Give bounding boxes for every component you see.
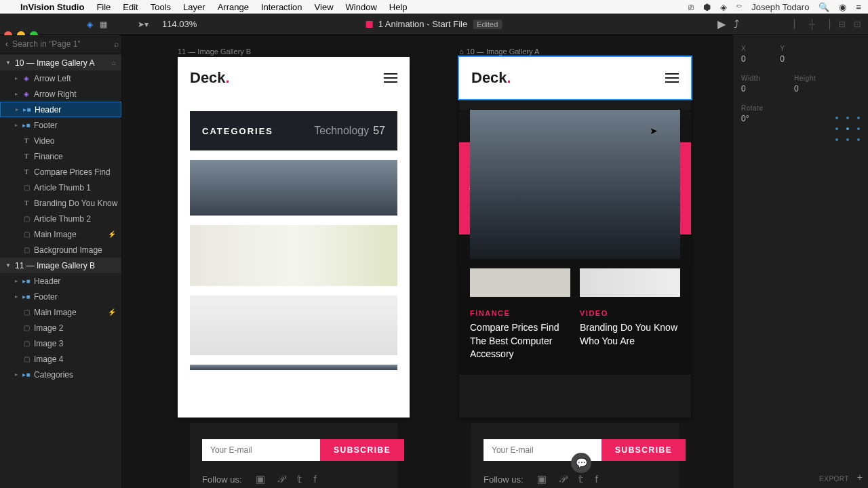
bolt-icon[interactable]: ⚡ xyxy=(108,308,116,316)
hero-image[interactable] xyxy=(470,110,680,259)
layer-row-11[interactable]: ▢Main Image⚡ xyxy=(0,226,121,242)
user-name[interactable]: Joseph Todaro xyxy=(751,2,809,12)
artboard-gallery-a[interactable]: Deck. ← → FINANCE Compare Prices Find Th… xyxy=(459,57,691,418)
layer-row-0[interactable]: ▼10 — Image Gallery A⌂ xyxy=(0,55,121,70)
layer-row-10[interactable]: ▢Article Thumb 2 xyxy=(0,211,121,226)
align-left-icon[interactable]: ▏ xyxy=(794,19,801,29)
deck-header-a[interactable]: Deck. xyxy=(459,57,691,99)
layer-row-4[interactable]: ▸▸■Footer xyxy=(0,117,121,133)
document-title[interactable]: 1 Animation - Start File Edited xyxy=(366,19,502,29)
layer-row-1[interactable]: ▸◈Arrow Left xyxy=(0,70,121,86)
menu-file[interactable]: File xyxy=(96,2,111,12)
subscribe-button-b[interactable]: SUBSCRIBE xyxy=(320,439,404,461)
zoom-level[interactable]: 114.03% xyxy=(162,19,197,29)
prop-x[interactable]: X0 xyxy=(741,45,746,64)
dropbox-icon[interactable]: ⬢ xyxy=(703,2,711,12)
layer-search-input[interactable] xyxy=(12,39,114,49)
layer-row-19[interactable]: ▢Image 4 xyxy=(0,351,121,367)
back-chevron-icon[interactable]: ‹ xyxy=(5,39,8,49)
disclosure-triangle-icon[interactable]: ▸ xyxy=(16,106,22,113)
layer-row-3[interactable]: ▸▸■Header xyxy=(0,102,121,117)
disclosure-triangle-icon[interactable]: ▸ xyxy=(15,122,22,128)
image-3-thumb[interactable] xyxy=(190,296,397,355)
dist-v-icon[interactable]: ⊡ xyxy=(854,19,861,29)
trash-icon[interactable]: ▦ xyxy=(100,20,107,29)
deck-logo[interactable]: Deck. xyxy=(190,69,230,87)
disclosure-triangle-icon[interactable]: ▸ xyxy=(15,91,22,97)
layer-row-18[interactable]: ▢Image 3 xyxy=(0,336,121,351)
pinterest-icon[interactable]: 𝒫 xyxy=(559,473,566,485)
hamburger-icon[interactable] xyxy=(384,73,397,83)
home-icon[interactable]: ⌂ xyxy=(112,59,116,66)
menu-help[interactable]: Help xyxy=(389,2,408,12)
layer-row-20[interactable]: ▸▸■Categories xyxy=(0,367,121,382)
layer-row-9[interactable]: TBranding Do You Know xyxy=(0,195,121,211)
layer-row-6[interactable]: TFinance xyxy=(0,148,121,164)
menu-tools[interactable]: Tools xyxy=(151,2,171,12)
disclosure-triangle-icon[interactable]: ▸ xyxy=(15,75,22,81)
disclosure-triangle-icon[interactable]: ▸ xyxy=(15,371,22,378)
dist-h-icon[interactable]: ⊟ xyxy=(838,19,846,29)
subscribe-button-a[interactable]: SUBSCRIBE xyxy=(601,439,686,461)
screenshare-icon[interactable]: ⎚ xyxy=(688,2,694,12)
pointer-tool-icon[interactable]: ➤▾ xyxy=(138,20,149,29)
image-2-thumb[interactable] xyxy=(190,225,397,286)
instagram-icon[interactable]: ▣ xyxy=(256,473,265,485)
layer-row-17[interactable]: ▢Image 2 xyxy=(0,320,121,336)
menu-extras-icon[interactable]: ≡ xyxy=(856,2,861,12)
main-image-thumb[interactable] xyxy=(190,160,397,216)
menu-arrange[interactable]: Arrange xyxy=(218,2,249,12)
export-add-icon[interactable]: + xyxy=(857,472,863,483)
layer-row-16[interactable]: ▢Main Image⚡ xyxy=(0,304,121,320)
layer-row-14[interactable]: ▸▸■Header xyxy=(0,273,121,289)
layer-row-7[interactable]: TCompare Prices Find xyxy=(0,164,121,180)
facebook-icon[interactable]: f xyxy=(314,473,317,485)
transform-origin-dial[interactable] xyxy=(835,117,860,141)
prop-width[interactable]: Width0 xyxy=(741,75,760,94)
disclosure-triangle-icon[interactable]: ▸ xyxy=(15,278,22,284)
airplay-icon[interactable]: ⌔ xyxy=(736,2,742,12)
app-name[interactable]: InVision Studio xyxy=(20,2,84,12)
pinterest-icon[interactable]: 𝒫 xyxy=(277,473,285,485)
spotlight-icon[interactable]: 🔍 xyxy=(818,2,829,12)
disclosure-triangle-icon[interactable]: ▼ xyxy=(5,60,12,66)
chat-bubble-icon[interactable]: 💬 xyxy=(571,453,591,473)
disclosure-triangle-icon[interactable]: ▼ xyxy=(5,262,12,268)
layer-row-15[interactable]: ▸▸■Footer xyxy=(0,289,121,304)
prop-rotate[interactable]: Rotate0° xyxy=(741,104,763,123)
twitter-icon[interactable]: 𝕥 xyxy=(297,473,302,485)
disclosure-triangle-icon[interactable]: ▸ xyxy=(15,293,22,300)
layer-row-12[interactable]: ▢Background Image xyxy=(0,242,121,258)
email-input-b[interactable] xyxy=(202,439,320,461)
wifi-icon[interactable]: ◈ xyxy=(720,2,727,12)
menu-window[interactable]: Window xyxy=(346,2,377,12)
article-card-video[interactable]: VIDEO Branding Do You Know Who You Are xyxy=(580,268,680,361)
menu-interaction[interactable]: Interaction xyxy=(261,2,302,12)
siri-icon[interactable]: ◉ xyxy=(839,2,846,12)
align-center-icon[interactable]: ┼ xyxy=(809,19,815,29)
layer-row-2[interactable]: ▸◈Arrow Right xyxy=(0,86,121,102)
menu-layer[interactable]: Layer xyxy=(183,2,205,12)
image-4-thumb[interactable] xyxy=(190,365,397,370)
layer-row-13[interactable]: ▼11 — Image Gallery B xyxy=(0,258,121,273)
layer-row-8[interactable]: ▢Article Thumb 1 xyxy=(0,180,121,195)
cube-icon[interactable]: ◈ xyxy=(87,20,93,29)
artboard-label-b[interactable]: 11 — Image Gallery B xyxy=(178,47,251,56)
align-right-icon[interactable]: ▕ xyxy=(823,19,830,29)
twitter-icon[interactable]: 𝕥 xyxy=(578,473,583,485)
artboard-gallery-b[interactable]: Deck. CATEGORIES Technology57 xyxy=(178,57,410,418)
layer-row-5[interactable]: TVideo xyxy=(0,133,121,148)
canvas[interactable]: 11 — Image Gallery B ⌂10 — Image Gallery… xyxy=(122,35,732,488)
play-icon[interactable]: ▶ xyxy=(717,18,726,30)
facebook-icon[interactable]: f xyxy=(595,473,598,485)
bolt-icon[interactable]: ⚡ xyxy=(108,230,116,238)
instagram-icon[interactable]: ▣ xyxy=(537,473,547,485)
artboard-label-a[interactable]: ⌂10 — Image Gallery A xyxy=(459,47,539,56)
menu-edit[interactable]: Edit xyxy=(123,2,138,12)
prop-height[interactable]: Height0 xyxy=(794,75,816,94)
search-icon[interactable]: ⌕ xyxy=(114,39,119,49)
categories-bar[interactable]: CATEGORIES Technology57 xyxy=(190,111,397,150)
upload-icon[interactable]: ⤴ xyxy=(734,18,739,30)
prop-y[interactable]: Y0 xyxy=(780,45,785,64)
article-card-finance[interactable]: FINANCE Compare Prices Find The Best Com… xyxy=(470,268,570,361)
